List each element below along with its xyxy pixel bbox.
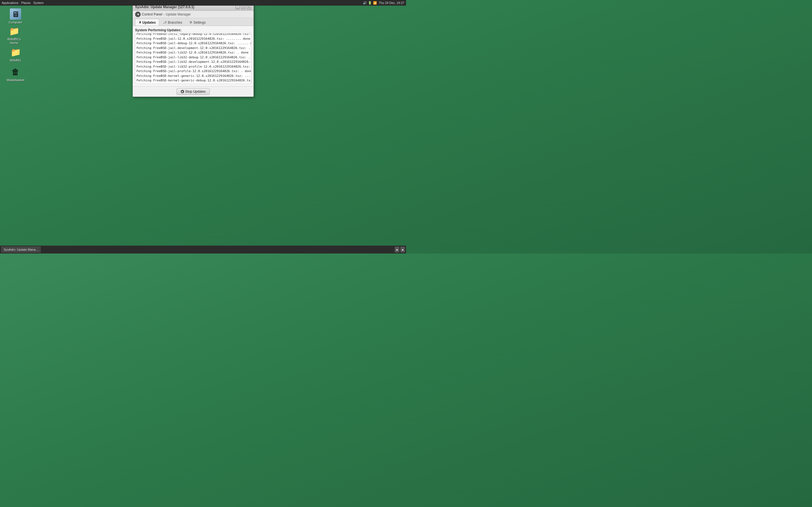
taskbar-app-label: SysAdm: Update Mana... bbox=[4, 248, 38, 251]
log-line: Fetching FreeBSD-jail-lib32-development-… bbox=[137, 60, 250, 64]
branches-tab-icon: ⎇ bbox=[163, 20, 167, 24]
back-button[interactable] bbox=[135, 11, 141, 17]
breadcrumb-home[interactable]: Control Panel bbox=[142, 12, 162, 16]
log-line: Fetching FreeBSD-jail-lib32-profile-12.0… bbox=[137, 64, 250, 69]
breadcrumb: Control Panel › Update Manager bbox=[142, 12, 191, 16]
updates-tab-label: Updates bbox=[142, 20, 156, 24]
tray-icon-2: 🔋 bbox=[368, 1, 372, 5]
taskbar-right-icon-1[interactable]: ■ bbox=[395, 247, 399, 252]
log-line: Fetching FreeBSD-jail-development-12.0.s… bbox=[137, 46, 250, 51]
folder2-icon-label: 8b9df91 bbox=[10, 59, 21, 62]
log-line: Fetching FreeBSD-jail-lib32-debug-12.0.s… bbox=[137, 55, 250, 60]
desktop-icon-home[interactable]: 8b9df91's Home bbox=[4, 25, 24, 45]
window-nav: Control Panel › Update Manager bbox=[133, 11, 253, 18]
taskbar-open-app[interactable]: SysAdm: Update Mana... bbox=[1, 246, 41, 252]
log-line: Fetching FreeBSD-jail-lib32-12.0.s201612… bbox=[137, 50, 250, 55]
folder2-icon bbox=[10, 47, 21, 58]
home-icon-label: 8b9df91's Home bbox=[4, 38, 24, 45]
window-footer: ■ Stop Updates bbox=[133, 86, 253, 97]
desktop-icon-trash[interactable]: Wastebasket bbox=[6, 66, 26, 82]
branches-tab-label: Branches bbox=[168, 20, 182, 24]
desktop-icon-folder2[interactable]: 8b9df91 bbox=[6, 47, 26, 62]
breadcrumb-current: Update Manager bbox=[166, 12, 191, 16]
window-content: System Performing Updates: Fetching Free… bbox=[133, 26, 253, 86]
stop-button-label: Stop Updates bbox=[185, 90, 206, 94]
computer-icon bbox=[10, 8, 21, 20]
log-line: Fetching FreeBSD-kernel-generic-12.0.s20… bbox=[137, 74, 250, 78]
tab-branches[interactable]: ⎇ Branches bbox=[159, 19, 186, 25]
menu-applications[interactable]: Applications bbox=[2, 1, 18, 4]
menu-system[interactable]: System bbox=[33, 1, 44, 4]
taskbar-top: Applications Places System 🔊 🔋 📶 Thu 29 … bbox=[0, 0, 406, 6]
status-label: System Performing Updates: bbox=[135, 28, 251, 32]
settings-tab-icon: ⚙ bbox=[190, 20, 192, 24]
taskbar-top-right: 🔊 🔋 📶 Thu 29 Dec, 19:27 bbox=[363, 1, 404, 5]
breadcrumb-separator: › bbox=[163, 12, 165, 16]
tab-settings[interactable]: ⚙ Settings bbox=[186, 19, 209, 25]
updates-tab-icon: ⬇ bbox=[139, 20, 141, 24]
desktop-icon-computer[interactable]: Computer bbox=[6, 8, 26, 24]
log-area[interactable]: Fetching FreeBSD-iscsi-debug-12.0.s20161… bbox=[135, 33, 251, 84]
taskbar-right-icon-2[interactable]: ■ bbox=[400, 247, 405, 252]
tab-updates[interactable]: ⬇ Updates bbox=[135, 19, 159, 25]
tray-icon-1: 🔊 bbox=[363, 1, 367, 5]
taskbar-top-menu: Applications Places System bbox=[2, 1, 44, 4]
log-line: Fetching FreeBSD-jail-profile-12.0.s2016… bbox=[137, 69, 250, 74]
home-folder-icon bbox=[8, 25, 20, 37]
log-line: Fetching FreeBSD-kernel-generic-debug-12… bbox=[137, 78, 250, 83]
trash-icon bbox=[10, 66, 21, 77]
window-tabs: ⬇ Updates ⎇ Branches ⚙ Settings bbox=[133, 18, 253, 26]
taskbar-bottom-right: ■ ■ bbox=[395, 247, 405, 252]
taskbar-bottom: SysAdm: Update Mana... ■ ■ bbox=[0, 245, 406, 253]
settings-tab-label: Settings bbox=[193, 20, 206, 24]
menu-places[interactable]: Places bbox=[21, 1, 31, 4]
log-line: Fetching FreeBSD-jail-debug-12.0.s201612… bbox=[137, 41, 250, 46]
computer-icon-label: Computer bbox=[9, 20, 22, 24]
trash-icon-label: Wastebasket bbox=[6, 78, 24, 82]
tray-icons: 🔊 🔋 📶 bbox=[363, 1, 377, 5]
log-line: Fetching FreeBSD-jail-12.0.s201612291648… bbox=[137, 37, 250, 41]
stop-updates-button[interactable]: ■ Stop Updates bbox=[176, 88, 210, 95]
update-manager-window: SysAdm: Update Manager (127.0.0.1) _ □ ×… bbox=[133, 3, 254, 97]
log-line: Fetching FreeBSD-iscsi_legacy-debug-12.0… bbox=[137, 33, 250, 37]
stop-icon: ■ bbox=[181, 90, 184, 93]
clock: Thu 29 Dec, 19:27 bbox=[378, 1, 404, 4]
tray-icon-3: 📶 bbox=[373, 1, 377, 5]
